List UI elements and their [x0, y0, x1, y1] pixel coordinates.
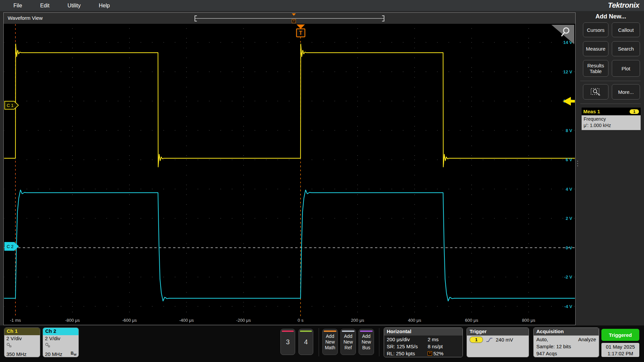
ch2-badge[interactable]: Ch 2 2 V/div 20 MHz BW [43, 327, 79, 357]
menu-edit[interactable]: Edit [36, 3, 54, 9]
probe-icon [6, 343, 12, 347]
divider [379, 328, 379, 356]
plot-button[interactable]: Plot [612, 60, 640, 77]
acquisition-count: 947 Acqs [536, 350, 557, 357]
ch1-position-flag[interactable]: C 1 [5, 101, 18, 109]
ch4-color-stripe [300, 330, 312, 332]
time-axis: -1 ms-800 μs-600 μs-400 μs-200 μs0 s200 … [4, 316, 575, 325]
scrollbar-right-bracket[interactable] [382, 15, 384, 21]
search-button[interactable]: Search [612, 41, 640, 56]
voltage-tick-label: 12 V [563, 69, 572, 74]
meas1-name: Frequency [584, 116, 639, 122]
add-new-bus-button[interactable]: AddNewBus [359, 329, 374, 355]
ch4-button[interactable]: 4 [299, 329, 313, 355]
horizontal-window: 2 ms [428, 336, 460, 343]
time-label: 1:17:02 PM [601, 350, 639, 357]
acquisition-analyze: Analyze [578, 336, 596, 343]
time-tick-label: 200 μs [351, 318, 364, 323]
voltage-tick-label: -4 V [564, 304, 572, 309]
time-tick-label: 0 s [298, 318, 303, 323]
time-tick-label: 400 μs [408, 318, 421, 323]
zoom-select-button[interactable] [583, 84, 608, 100]
right-panel: Add New... Cursors Callout Measure Searc… [579, 12, 643, 324]
trigger-indicator[interactable]: T [297, 24, 305, 37]
ch2-trace [4, 190, 575, 301]
trigger-status-indicator: Triggered [601, 329, 639, 341]
ch1-trace [4, 44, 575, 167]
ch1-header: Ch 1 [4, 328, 40, 335]
horizontal-scale: 200 μs/div [387, 336, 428, 343]
menu-help[interactable]: Help [94, 3, 114, 9]
horizontal-position-scrollbar[interactable]: T [195, 13, 384, 24]
trigger-title: Trigger [467, 328, 529, 336]
scrollbar-trigger-marker[interactable]: T [291, 13, 296, 23]
trigger-level: 240 mV [496, 337, 513, 343]
trigger-marker-flag-icon: T [292, 19, 296, 23]
measure-button[interactable]: Measure [583, 41, 608, 56]
acquisition-badge[interactable]: Acquisition Auto,Analyze Sample: 12 bits… [533, 327, 599, 357]
results-table-line2: Table [590, 68, 602, 74]
voltage-tick-label: 2 V [566, 216, 572, 221]
ch2-settings: 2 V/div 20 MHz BW [43, 335, 78, 357]
panel-divider [580, 104, 641, 104]
trigger-source-pill: 1 [470, 337, 483, 343]
rising-edge-icon [486, 337, 493, 343]
acquisition-settings: Auto,Analyze Sample: 12 bits 947 Acqs [534, 336, 599, 357]
meas1-badge[interactable]: Meas 1 1 Frequency μ': 1.000 kHz [582, 108, 641, 130]
voltage-tick-label: 6 V [566, 157, 572, 162]
ref-color-stripe [342, 330, 355, 332]
resolution: 8 ns/pt [428, 343, 460, 350]
ch1-flag-label: C 1 [7, 103, 13, 108]
ch1-badge[interactable]: Ch 1 2 V/div 350 MHz [4, 327, 40, 357]
voltage-tick-label: 0 V [566, 245, 572, 250]
time-tick-label: 600 μs [465, 318, 478, 323]
zoom-corner-button[interactable] [551, 25, 574, 44]
divider [319, 328, 319, 356]
ch2-header: Ch 2 [43, 328, 78, 335]
trigger-badge-panel[interactable]: Trigger 1 240 mV [467, 327, 529, 357]
sample-rate: SR: 125 MS/s [387, 343, 428, 350]
bandwidth-limit-icon: BW [71, 351, 76, 356]
time-tick-label: -1 ms [10, 318, 21, 323]
menu-bar: File Edit Utility Help Tektronix [0, 0, 644, 11]
datetime-display: 01 May 2025 1:17:02 PM [601, 343, 639, 357]
ch1-settings: 2 V/div 350 MHz [4, 335, 40, 357]
ch3-button[interactable]: 3 [280, 329, 295, 355]
menu-utility[interactable]: Utility [63, 3, 85, 9]
results-table-button[interactable]: Results Table [583, 60, 608, 77]
bus-color-stripe [360, 330, 373, 332]
callout-button[interactable]: Callout [612, 22, 640, 37]
waveform-titlebar: Waveform View T [4, 13, 575, 24]
trigger-level-arrow-tail [571, 100, 575, 103]
acquisition-mode: Auto, [536, 336, 548, 343]
ch1-scale: 2 V/div [6, 335, 38, 341]
divider [599, 328, 599, 356]
trigger-settings: 1 240 mV [467, 336, 529, 357]
meas1-header: Meas 1 1 [582, 108, 641, 115]
trigger-badge-letter: T [299, 30, 303, 36]
date-label: 01 May 2025 [601, 344, 639, 350]
ch2-flag-label: C 2 [7, 244, 13, 249]
trigger-marker-triangle-icon [292, 13, 296, 16]
cursors-button[interactable]: Cursors [583, 22, 608, 37]
menu-file[interactable]: File [9, 3, 27, 9]
waveform-graticule: 14 V12 V10 V8 V6 V4 V2 V0 V-2 V-4 V T C … [4, 24, 575, 316]
horizontal-badge[interactable]: Horizontal 200 μs/div2 ms SR: 125 MS/s8 … [384, 327, 463, 357]
meas1-source-pill: 1 [630, 109, 639, 114]
ch1-bandwidth: 350 MHz [6, 351, 26, 357]
meas1-value: μ': 1.000 kHz [584, 122, 639, 129]
ch2-scale: 2 V/div [45, 335, 76, 341]
add-new-math-button[interactable]: AddNewMath [322, 329, 338, 355]
add-new-ref-button[interactable]: AddNewRef [340, 329, 356, 355]
scrollbar-left-bracket[interactable] [195, 15, 197, 21]
trigger-level-arrow[interactable] [563, 97, 571, 106]
scrollbar-track [195, 18, 384, 19]
ch2-bandwidth: 20 MHz [45, 351, 62, 357]
trigger-position-pct: 52% [433, 350, 443, 357]
waveform-title: Waveform View [8, 15, 43, 21]
voltage-tick-label: -2 V [564, 275, 572, 280]
waveform-plot-area[interactable]: 14 V12 V10 V8 V6 V4 V2 V0 V-2 V-4 V T C … [4, 24, 575, 316]
time-tick-label: -800 μs [65, 318, 80, 323]
more-button[interactable]: More... [612, 84, 640, 100]
time-tick-label: -400 μs [179, 318, 194, 323]
